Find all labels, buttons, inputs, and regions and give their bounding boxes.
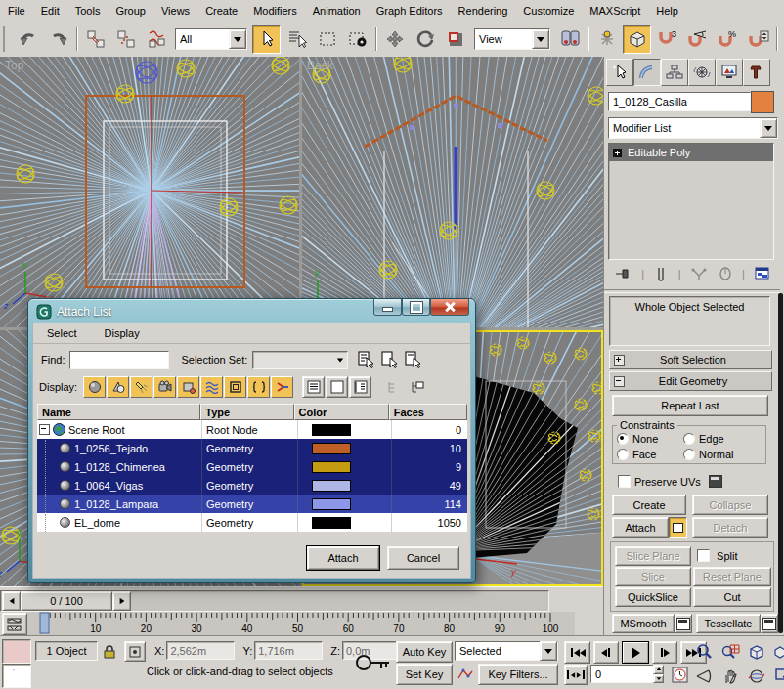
msmooth-button[interactable]: MSmooth <box>612 614 675 633</box>
column-header-color[interactable]: Color <box>294 404 389 420</box>
display-all-button[interactable] <box>302 376 325 398</box>
tessellate-settings-button[interactable] <box>761 614 778 633</box>
modifier-stack[interactable]: Editable Poly <box>608 143 774 260</box>
selection-lock-icon[interactable] <box>100 641 119 661</box>
stack-item-editable-poly[interactable]: Editable Poly <box>609 144 773 161</box>
rollout-soft-selection[interactable]: Soft Selection <box>609 350 772 369</box>
table-row-el-dome[interactable]: EL_domeGeometry1050 <box>37 513 467 532</box>
spinner-snap-button[interactable] <box>744 25 772 54</box>
next-frame-arrow[interactable] <box>112 591 131 611</box>
tab-modify[interactable] <box>633 59 661 86</box>
preserve-uvs-settings-button[interactable] <box>709 475 722 488</box>
quickslice-button[interactable]: QuickSlice <box>615 587 691 607</box>
msmooth-settings-button[interactable] <box>675 614 692 633</box>
select-by-name-button[interactable] <box>283 25 311 54</box>
radio-constraint-edge[interactable]: Edge <box>683 433 750 445</box>
select-and-manipulate-button[interactable] <box>592 25 621 54</box>
go-to-start-button[interactable] <box>564 641 590 664</box>
key-mode-toggle-button[interactable] <box>564 665 588 685</box>
pan-hand-button[interactable] <box>718 664 742 688</box>
snap-toggle-button[interactable] <box>623 25 651 54</box>
rectangular-selection-region-button[interactable] <box>313 25 341 54</box>
menu-animation[interactable]: Animation <box>305 2 369 20</box>
display-geometry-toggle[interactable] <box>83 376 106 398</box>
menu-create[interactable]: Create <box>197 2 245 20</box>
display-invert-button[interactable] <box>349 376 371 398</box>
absolute-mode-toggle[interactable] <box>124 641 146 662</box>
close-button[interactable] <box>430 299 469 316</box>
find-input[interactable] <box>69 351 169 369</box>
x-coordinate-field[interactable]: 2,562m <box>166 641 235 660</box>
panel-scrollbar[interactable] <box>778 293 783 633</box>
object-name-field[interactable]: 1_0128_Casilla <box>608 92 751 111</box>
menu-group[interactable]: Group <box>108 2 153 20</box>
create-button[interactable]: Create <box>612 495 686 515</box>
menu-maxscript[interactable]: MAXScript <box>582 2 648 20</box>
selection-filter-arrow[interactable] <box>229 29 246 49</box>
tessellate-button[interactable]: Tessellate <box>696 614 761 633</box>
time-slider-button[interactable]: 0 / 100 <box>21 591 112 611</box>
zoom-button[interactable] <box>691 639 716 664</box>
tree-collapse-icon[interactable] <box>39 424 50 435</box>
menu-graph-editors[interactable]: Graph Editors <box>369 2 451 20</box>
table-row-1-0128-lampara[interactable]: 1_0128_LamparaGeometry114 <box>37 495 467 513</box>
bind-to-space-warp-button[interactable] <box>142 25 170 54</box>
y-coordinate-field[interactable]: 1,716m <box>254 641 323 660</box>
previous-frame-arrow[interactable] <box>2 591 21 611</box>
dialog-title-bar[interactable]: Attach List <box>36 303 111 321</box>
tab-hierarchy[interactable] <box>661 59 688 86</box>
make-unique-icon[interactable] <box>690 266 708 281</box>
zoom-extents-button[interactable] <box>744 639 768 664</box>
table-row-scene-root[interactable]: Scene RootRoot Node0 <box>37 420 467 439</box>
show-end-result-icon[interactable] <box>653 266 669 281</box>
select-object-button[interactable] <box>252 25 281 54</box>
column-header-faces[interactable]: Faces <box>389 404 467 420</box>
dialog-attach-button[interactable]: Attach <box>307 546 379 570</box>
dialog-cancel-button[interactable]: Cancel <box>387 546 459 570</box>
menu-modifiers[interactable]: Modifiers <box>245 2 305 20</box>
cut-button[interactable]: Cut <box>693 587 771 607</box>
menu-file[interactable]: File <box>0 2 33 20</box>
remove-modifier-icon[interactable] <box>718 266 733 281</box>
radio-constraint-normal[interactable]: Normal <box>683 449 750 460</box>
current-frame-field[interactable]: 0 <box>590 665 655 683</box>
object-color-swatch[interactable] <box>751 91 774 113</box>
collapse-button[interactable]: Collapse <box>692 495 768 515</box>
attach-button[interactable]: Attach <box>612 517 669 538</box>
viewport-back-label[interactable]: Back <box>307 59 333 72</box>
table-row-1-0128-chimenea[interactable]: 1_0128_ChimeneaGeometry9 <box>37 457 467 476</box>
selection-set-dropdown[interactable] <box>252 351 348 369</box>
viewport-top-label[interactable]: Top <box>5 59 23 72</box>
viewport-back[interactable]: Back x y z <box>302 57 603 327</box>
angle-snap-button[interactable] <box>683 25 712 54</box>
menu-customize[interactable]: Customize <box>515 2 582 20</box>
attach-list-button[interactable] <box>669 517 687 538</box>
viewport-top[interactable]: Top x y z <box>0 57 299 327</box>
zoom-all-button[interactable] <box>718 639 742 664</box>
subtract-from-selection-set-button[interactable] <box>403 350 424 369</box>
percent-snap-button[interactable]: % <box>714 25 742 54</box>
select-and-move-button[interactable] <box>380 25 409 54</box>
detach-button[interactable]: Detach <box>692 517 768 538</box>
maximize-button[interactable] <box>402 299 430 316</box>
modifier-list-arrow[interactable] <box>760 118 777 138</box>
field-of-view-button[interactable] <box>691 664 716 688</box>
minimize-button[interactable] <box>373 299 402 316</box>
use-pivot-point-center-button[interactable] <box>555 25 584 54</box>
select-and-scale-button[interactable] <box>441 25 469 54</box>
arc-rotate-button[interactable] <box>744 664 768 688</box>
menu-views[interactable]: Views <box>153 2 197 20</box>
select-and-link-button[interactable] <box>81 25 109 54</box>
dialog-menu-select[interactable]: Select <box>33 324 91 342</box>
maxscript-listener-pane[interactable]: ' <box>2 664 31 688</box>
select-and-rotate-button[interactable] <box>411 25 439 54</box>
menu-help[interactable]: Help <box>648 2 686 20</box>
table-row-1-0256-tejado[interactable]: 1_0256_TejadoGeometry10 <box>37 439 467 457</box>
create-selection-set-button[interactable] <box>356 350 377 369</box>
repeat-last-button[interactable]: Repeat Last <box>612 395 768 416</box>
display-influences-toggle[interactable] <box>406 376 428 398</box>
auto-key-button[interactable]: Auto Key <box>396 641 453 663</box>
frame-spinner[interactable] <box>653 665 664 683</box>
menu-rendering[interactable]: Rendering <box>451 2 516 20</box>
slice-button[interactable]: Slice <box>615 567 691 586</box>
